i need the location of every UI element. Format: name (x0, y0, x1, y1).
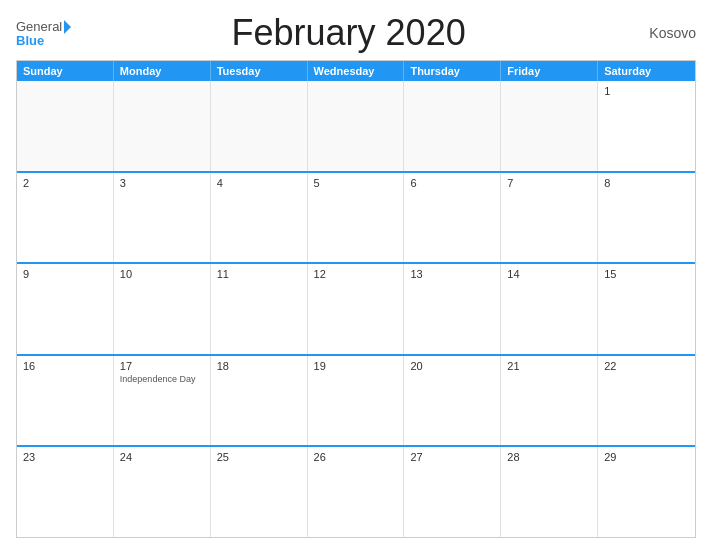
logo-general-text: General (16, 20, 62, 33)
calendar-cell (211, 81, 308, 171)
calendar-week-2: 9101112131415 (17, 264, 695, 356)
calendar-header-row: SundayMondayTuesdayWednesdayThursdayFrid… (17, 61, 695, 81)
calendar-page: General Blue February 2020 Kosovo Sunday… (0, 0, 712, 550)
day-number: 21 (507, 360, 591, 372)
calendar-cell: 25 (211, 447, 308, 537)
logo: General Blue (16, 20, 71, 47)
calendar-cell: 6 (404, 173, 501, 263)
day-number: 22 (604, 360, 689, 372)
day-number: 24 (120, 451, 204, 463)
weekday-header-monday: Monday (114, 61, 211, 81)
day-number: 19 (314, 360, 398, 372)
weekday-header-friday: Friday (501, 61, 598, 81)
weekday-header-tuesday: Tuesday (211, 61, 308, 81)
calendar-cell: 9 (17, 264, 114, 354)
logo-blue-text: Blue (16, 34, 44, 47)
calendar-cell: 18 (211, 356, 308, 446)
calendar-cell: 2 (17, 173, 114, 263)
day-number: 12 (314, 268, 398, 280)
calendar-cell: 4 (211, 173, 308, 263)
day-number: 25 (217, 451, 301, 463)
calendar-cell (404, 81, 501, 171)
calendar-cell: 3 (114, 173, 211, 263)
calendar-cell: 14 (501, 264, 598, 354)
calendar-cell: 24 (114, 447, 211, 537)
calendar-cell: 27 (404, 447, 501, 537)
day-number: 5 (314, 177, 398, 189)
day-number: 26 (314, 451, 398, 463)
calendar-cell: 7 (501, 173, 598, 263)
calendar-cell: 22 (598, 356, 695, 446)
weekday-header-sunday: Sunday (17, 61, 114, 81)
calendar-grid: SundayMondayTuesdayWednesdayThursdayFrid… (16, 60, 696, 538)
calendar-cell: 17Independence Day (114, 356, 211, 446)
calendar-body: 1234567891011121314151617Independence Da… (17, 81, 695, 537)
day-number: 20 (410, 360, 494, 372)
day-number: 28 (507, 451, 591, 463)
calendar-cell: 15 (598, 264, 695, 354)
calendar-cell: 28 (501, 447, 598, 537)
calendar-week-0: 1 (17, 81, 695, 173)
calendar-cell: 10 (114, 264, 211, 354)
weekday-header-wednesday: Wednesday (308, 61, 405, 81)
day-number: 29 (604, 451, 689, 463)
calendar-cell: 5 (308, 173, 405, 263)
day-number: 16 (23, 360, 107, 372)
day-number: 17 (120, 360, 204, 372)
day-number: 14 (507, 268, 591, 280)
calendar-cell: 29 (598, 447, 695, 537)
calendar-cell: 12 (308, 264, 405, 354)
weekday-header-thursday: Thursday (404, 61, 501, 81)
day-number: 8 (604, 177, 689, 189)
calendar-cell: 19 (308, 356, 405, 446)
day-number: 9 (23, 268, 107, 280)
calendar-cell (17, 81, 114, 171)
calendar-cell: 11 (211, 264, 308, 354)
calendar-cell: 23 (17, 447, 114, 537)
day-number: 1 (604, 85, 689, 97)
calendar-cell (308, 81, 405, 171)
calendar-week-1: 2345678 (17, 173, 695, 265)
day-number: 6 (410, 177, 494, 189)
day-number: 3 (120, 177, 204, 189)
day-number: 10 (120, 268, 204, 280)
calendar-title: February 2020 (71, 12, 626, 54)
calendar-cell: 8 (598, 173, 695, 263)
calendar-cell (501, 81, 598, 171)
weekday-header-saturday: Saturday (598, 61, 695, 81)
calendar-cell: 16 (17, 356, 114, 446)
day-number: 7 (507, 177, 591, 189)
day-number: 15 (604, 268, 689, 280)
country-label: Kosovo (626, 25, 696, 41)
logo-triangle-icon (64, 20, 71, 34)
holiday-label: Independence Day (120, 374, 204, 384)
calendar-cell (114, 81, 211, 171)
day-number: 4 (217, 177, 301, 189)
calendar-cell: 21 (501, 356, 598, 446)
calendar-cell: 1 (598, 81, 695, 171)
calendar-cell: 13 (404, 264, 501, 354)
calendar-cell: 20 (404, 356, 501, 446)
day-number: 2 (23, 177, 107, 189)
day-number: 13 (410, 268, 494, 280)
day-number: 23 (23, 451, 107, 463)
day-number: 27 (410, 451, 494, 463)
calendar-cell: 26 (308, 447, 405, 537)
day-number: 18 (217, 360, 301, 372)
page-header: General Blue February 2020 Kosovo (16, 12, 696, 54)
calendar-week-4: 23242526272829 (17, 447, 695, 537)
calendar-week-3: 1617Independence Day1819202122 (17, 356, 695, 448)
day-number: 11 (217, 268, 301, 280)
